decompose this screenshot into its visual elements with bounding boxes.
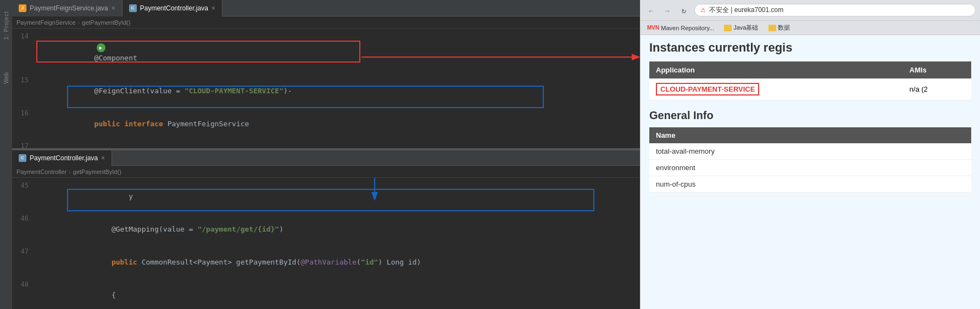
class-payment-feign: PaymentFeignService <box>168 120 249 128</box>
breadcrumb-top: PaymentFeignService › getPaymentById() <box>12 16 640 29</box>
browser-panel: ← → ↻ ⚠ 不安全 | eureka7001.com MVN Maven R… <box>640 0 980 309</box>
bookmark-data-label: 数据 <box>778 24 790 32</box>
info-row-memory: total-avail-memory <box>649 143 971 160</box>
code-line-45: 45 y <box>12 180 640 213</box>
refresh-button[interactable]: ↻ <box>678 4 690 16</box>
breadcrumb-part1: PaymentFeignService <box>16 19 76 26</box>
info-row-env: environment <box>649 160 971 176</box>
code-line-16: 16 public interface PaymentFeignService <box>12 108 640 141</box>
ide-upper-pane: J PaymentFeignService.java × C PaymentCo… <box>12 0 640 148</box>
security-icon: ⚠ <box>700 7 706 14</box>
info-table: Name total-avail-memory environment num-… <box>649 127 971 193</box>
line-num-14: 14 <box>12 31 34 42</box>
code-line-17: 17 { <box>12 141 640 148</box>
tab-close-feign[interactable]: × <box>112 4 115 12</box>
address-bar[interactable]: ⚠ 不安全 | eureka7001.com <box>694 4 976 16</box>
class-icon-bottom: C <box>19 154 26 162</box>
bookmark-java-label: Java基础 <box>733 24 758 32</box>
lower-code-area[interactable]: 45 y 46 @GetMapping(value = "/payment/ge… <box>12 178 640 309</box>
url-text: 不安全 | eureka7001.com <box>709 5 783 15</box>
eureka-title: Instances currently regis <box>649 41 971 55</box>
bookmark-data[interactable]: 数据 <box>766 23 792 33</box>
eureka-content: Instances currently regis Application AM… <box>641 35 980 309</box>
folder-java-icon <box>724 25 732 31</box>
kw-public-47: public <box>112 258 142 266</box>
line-content-48: { <box>34 279 640 309</box>
amis-value: n/a (2 <box>903 78 971 100</box>
ide-lower-pane: C PaymentController.java × PaymentContro… <box>12 150 640 309</box>
line-num-48: 48 <box>12 279 34 290</box>
bookmark-maven[interactable]: MVN Maven Repository... <box>645 24 716 32</box>
line-content-46: @GetMapping(value = "/payment/get/{id}") <box>34 213 640 246</box>
run-gutter-icon: ▶ <box>97 43 105 52</box>
line-num-17: 17 <box>12 141 34 148</box>
line-num-47: 47 <box>12 246 34 257</box>
line-num-45: 45 <box>12 180 34 191</box>
brace-open-48: { <box>94 291 116 299</box>
tab-payment-feign-service[interactable]: J PaymentFeignService.java × <box>12 0 122 16</box>
annotation-component: @Component <box>94 54 137 62</box>
line-content-45: y <box>34 180 640 213</box>
info-cell-env: environment <box>649 160 971 176</box>
col-amis: AMIs <box>903 61 971 78</box>
back-button[interactable]: ← <box>645 4 657 16</box>
code-line-47: 47 public CommonResult<Payment> getPayme… <box>12 246 640 279</box>
line-content-16: public interface PaymentFeignService <box>34 108 640 141</box>
kw-public: public <box>94 120 125 128</box>
project-label: 1: Project <box>3 11 9 40</box>
general-info-title: General Info <box>649 109 971 122</box>
breadcrumb-bottom-part1: PaymentController <box>16 168 66 175</box>
web-label: Web <box>3 72 9 83</box>
service-name: CLOUD-PAYMENT-SERVICE <box>656 83 759 95</box>
code-line-15: 15 @FeignClient(value = "CLOUD-PAYMENT-S… <box>12 75 640 108</box>
code-line-46: 46 @GetMapping(value = "/payment/get/{id… <box>12 213 640 246</box>
code-line-14: 14 ▶ @Component <box>12 31 640 75</box>
breadcrumb-bottom-sep: › <box>69 168 71 175</box>
breadcrumb-part2: getPaymentById() <box>82 19 130 26</box>
line-num-16: 16 <box>12 108 34 119</box>
bookmark-maven-label: Maven Repository... <box>661 25 714 31</box>
continuation-45: y <box>94 192 133 200</box>
folder-data-icon <box>769 25 776 31</box>
info-row-cpus: num-of-cpus <box>649 176 971 193</box>
maven-icon: MVN <box>647 25 659 31</box>
tab-label-controller: PaymentController.java <box>140 4 208 12</box>
upper-code-area[interactable]: 14 ▶ @Component 15 @FeignClient(value = … <box>12 29 640 148</box>
forward-button[interactable]: → <box>661 4 673 16</box>
tab-bottom-controller[interactable]: C PaymentController.java × <box>12 150 112 166</box>
line-num-15: 15 <box>12 75 34 86</box>
indent47 <box>94 258 112 266</box>
line-num-46: 46 <box>12 213 34 224</box>
breadcrumb-bottom: PaymentController › getPaymentById() <box>12 166 640 178</box>
path-variable-47: @PathVariable <box>300 258 357 266</box>
kw-interface: interface <box>124 120 167 128</box>
info-cell-cpus: num-of-cpus <box>649 176 971 193</box>
class-icon: C <box>129 4 137 12</box>
tab-payment-controller[interactable]: C PaymentController.java × <box>122 0 222 16</box>
feign-client-annotation: @FeignClient <box>94 87 146 95</box>
line-content-14: ▶ @Component <box>34 31 640 75</box>
return-type-47: CommonResult<Payment> getPaymentById( <box>142 258 301 266</box>
col-name: Name <box>649 127 971 143</box>
tab-close-bottom[interactable]: × <box>101 154 105 162</box>
bottom-tab-label: PaymentController.java <box>30 154 98 162</box>
line-content-47: public CommonResult<Payment> getPaymentB… <box>34 246 640 279</box>
code-line-48: 48 { <box>12 279 640 309</box>
side-bar: 1: Project Web <box>0 0 12 309</box>
info-cell-memory: total-avail-memory <box>649 143 971 160</box>
instance-row: CLOUD-PAYMENT-SERVICE n/a (2 <box>649 78 971 100</box>
bottom-tab-bar: C PaymentController.java × <box>12 150 640 166</box>
ide-panel: 1: Project Web J PaymentFeignService.jav… <box>0 0 640 309</box>
get-mapping-bottom: @GetMapping <box>112 225 159 233</box>
line-content-15: @FeignClient(value = "CLOUD-PAYMENT-SERV… <box>34 75 640 108</box>
lower-code-block: 45 y 46 @GetMapping(value = "/payment/ge… <box>12 178 640 309</box>
browser-chrome: ← → ↻ ⚠ 不安全 | eureka7001.com <box>641 0 980 21</box>
top-tab-bar: J PaymentFeignService.java × C PaymentCo… <box>12 0 640 16</box>
tab-close-controller[interactable]: × <box>211 4 215 12</box>
col-application: Application <box>649 61 903 78</box>
breadcrumb-bottom-part2: getPaymentById() <box>73 168 121 175</box>
bookmark-java[interactable]: Java基础 <box>722 23 760 33</box>
breadcrumb-sep: › <box>78 19 80 26</box>
upper-code-block: 14 ▶ @Component 15 @FeignClient(value = … <box>12 29 640 148</box>
tab-label: PaymentFeignService.java <box>30 4 108 12</box>
